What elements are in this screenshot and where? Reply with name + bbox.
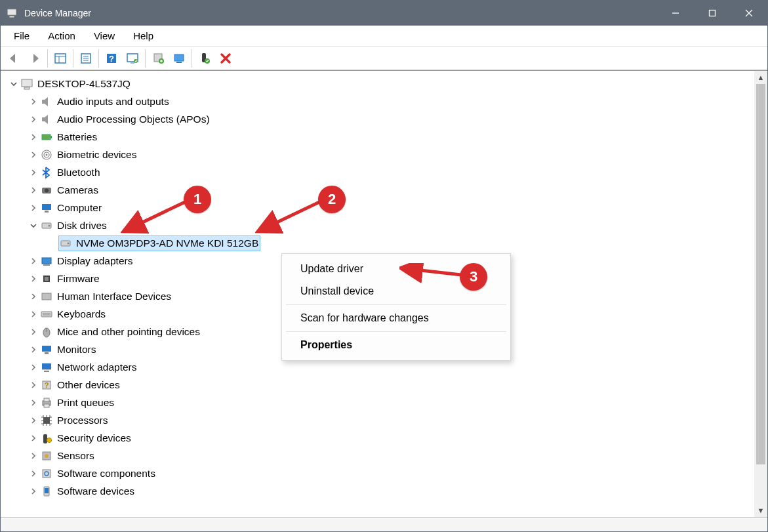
svg-rect-55	[44, 404, 49, 407]
properties-button[interactable]	[75, 49, 96, 68]
svg-rect-54	[44, 398, 49, 401]
disable-device-button[interactable]	[215, 49, 236, 68]
enable-device-button[interactable]	[194, 49, 215, 68]
chevron-right-icon[interactable]	[28, 274, 39, 284]
tree-item-batteries[interactable]: Batteries	[3, 128, 752, 146]
scroll-down-button[interactable]: ▼	[754, 504, 767, 517]
menubar: File Action View Help	[1, 26, 767, 47]
tree-item-security[interactable]: Security devices	[3, 429, 752, 447]
scroll-track[interactable]	[754, 464, 767, 504]
scroll-up-button[interactable]: ▲	[754, 71, 767, 84]
vertical-scrollbar[interactable]: ▲ ▼	[754, 71, 767, 517]
help-button[interactable]: ?	[101, 49, 122, 68]
svg-rect-56	[43, 417, 50, 424]
minimize-button[interactable]	[657, 1, 694, 26]
chevron-right-icon[interactable]	[28, 415, 39, 426]
svg-point-58	[47, 438, 52, 442]
chevron-right-icon[interactable]	[28, 167, 39, 178]
forward-button[interactable]	[24, 49, 45, 68]
tree-item-network[interactable]: Network adapters	[3, 358, 752, 376]
chevron-right-icon[interactable]	[28, 380, 39, 390]
chevron-right-icon[interactable]	[28, 291, 39, 302]
tree-label: Cameras	[57, 184, 98, 196]
security-icon	[40, 432, 53, 445]
chevron-right-icon[interactable]	[28, 468, 39, 479]
scan-hardware-button[interactable]	[122, 49, 143, 68]
tree-item-biometric[interactable]: Biometric devices	[3, 146, 752, 163]
fingerprint-icon	[40, 148, 53, 161]
chevron-right-icon[interactable]	[28, 309, 39, 319]
chevron-right-icon[interactable]	[28, 362, 39, 373]
scroll-thumb[interactable]	[756, 84, 765, 464]
tree-item-print-queues[interactable]: Print queues	[3, 394, 752, 411]
uninstall-button[interactable]	[169, 49, 190, 68]
tree-item-processors[interactable]: Processors	[3, 411, 752, 429]
mouse-icon	[40, 325, 53, 338]
unknown-device-icon: ?	[40, 379, 53, 392]
chevron-down-icon[interactable]	[9, 79, 19, 89]
tree-item-disk-drives[interactable]: Disk drives	[3, 216, 752, 234]
sensor-icon	[40, 449, 53, 462]
svg-text:?: ?	[45, 381, 49, 389]
annotation-badge-3: 3	[460, 263, 487, 291]
svg-rect-1	[9, 16, 14, 18]
chevron-right-icon[interactable]	[28, 256, 39, 266]
chevron-right-icon[interactable]	[28, 433, 39, 443]
chevron-right-icon[interactable]	[28, 327, 39, 337]
svg-point-37	[68, 242, 70, 244]
chevron-right-icon[interactable]	[28, 344, 39, 355]
close-button[interactable]	[731, 1, 767, 26]
toolbar: ?	[1, 47, 767, 70]
disk-icon	[40, 219, 53, 232]
svg-rect-20	[176, 62, 182, 63]
ctx-properties[interactable]: Properties	[282, 334, 510, 356]
tree-item-sensors[interactable]: Sensors	[3, 447, 752, 464]
chevron-right-icon[interactable]	[28, 398, 39, 408]
tree-item-bluetooth[interactable]: Bluetooth	[3, 163, 752, 181]
tree-item-audio-io[interactable]: Audio inputs and outputs	[3, 92, 752, 110]
chevron-down-icon[interactable]	[28, 220, 39, 231]
tree-label: Audio inputs and outputs	[57, 96, 169, 108]
chevron-right-icon[interactable]	[28, 132, 39, 142]
ctx-scan-hardware[interactable]: Scan for hardware changes	[282, 307, 510, 329]
back-button[interactable]	[3, 49, 24, 68]
chevron-right-icon[interactable]	[28, 451, 39, 461]
speaker-icon	[40, 113, 53, 126]
tree-label: Mice and other pointing devices	[57, 326, 200, 338]
tree-item-software-components[interactable]: Software components	[3, 464, 752, 482]
titlebar: Device Manager	[1, 1, 767, 26]
svg-rect-6	[55, 54, 66, 63]
tree-item-cameras[interactable]: Cameras	[3, 181, 752, 199]
maximize-button[interactable]	[694, 1, 731, 26]
tree-label: Human Interface Devices	[57, 291, 171, 302]
svg-rect-49	[45, 352, 49, 354]
keyboard-icon	[40, 308, 53, 321]
tree-root-label: DESKTOP-4L537JQ	[37, 78, 131, 90]
svg-rect-33	[45, 211, 49, 213]
tree-root[interactable]: DESKTOP-4L537JQ	[3, 75, 752, 92]
tree-label: NVMe OM3PDP3-AD NVMe KDI 512GB	[76, 237, 258, 249]
show-hide-tree-button[interactable]	[50, 49, 71, 68]
menu-help[interactable]: Help	[124, 28, 163, 44]
menu-file[interactable]: File	[5, 28, 39, 44]
monitor-icon	[40, 201, 53, 215]
chevron-right-icon[interactable]	[28, 114, 39, 125]
chevron-right-icon[interactable]	[28, 185, 39, 195]
menu-action[interactable]: Action	[39, 28, 85, 44]
tree-item-computer[interactable]: Computer	[3, 199, 752, 216]
tree-item-software-devices[interactable]: Software devices	[3, 482, 752, 500]
chevron-right-icon[interactable]	[28, 150, 39, 160]
menu-view[interactable]: View	[85, 28, 124, 44]
tree-item-nvme-device[interactable]: NVMe OM3PDP3-AD NVMe KDI 512GB	[3, 234, 752, 252]
svg-rect-3	[710, 10, 716, 16]
update-driver-button[interactable]	[148, 49, 169, 68]
tree-label: Software devices	[57, 485, 134, 497]
tree-label: Processors	[57, 415, 108, 426]
tree-item-audio-apos[interactable]: Audio Processing Objects (APOs)	[3, 110, 752, 128]
chevron-right-icon[interactable]	[28, 203, 39, 213]
chevron-right-icon[interactable]	[28, 486, 39, 497]
window-title: Device Manager	[24, 8, 657, 18]
tree-item-other[interactable]: ? Other devices	[3, 376, 752, 394]
chevron-right-icon[interactable]	[28, 96, 39, 107]
toolbar-separator	[47, 49, 48, 68]
